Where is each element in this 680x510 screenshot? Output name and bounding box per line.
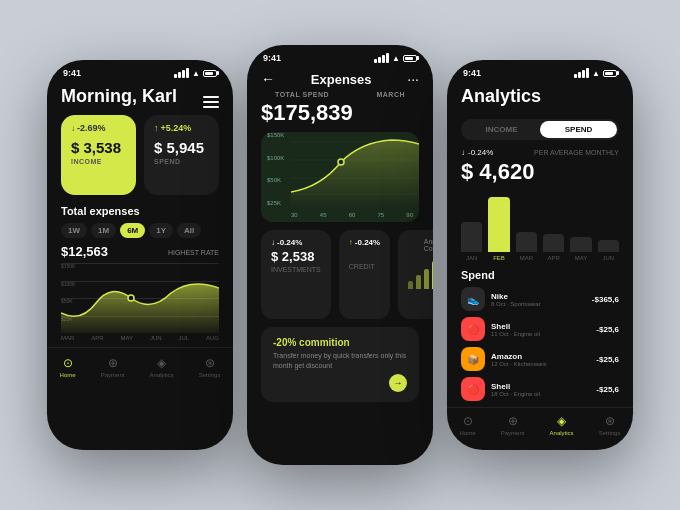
right-nav-payment[interactable]: ⊕ Payment [501, 414, 525, 436]
income-toggle[interactable]: INCOME [463, 121, 540, 138]
svg-point-5 [338, 159, 344, 165]
right-status-icons: ▲ [574, 68, 617, 78]
amazon-icon: 📦 [461, 347, 485, 371]
nav-home[interactable]: ⊙ Home [60, 356, 76, 378]
right-wifi-icon: ▲ [592, 69, 600, 78]
total-expenses-title: Total expenses [47, 205, 233, 217]
left-status-bar: 9:41 ▲ [47, 60, 233, 82]
left-phone: 9:41 ▲ Morning, Karl ↓ [47, 60, 233, 450]
spend-item-amazon: 📦 Amazon 12 Oct · Kitchenware -$25,6 [461, 347, 619, 371]
bar-may: MAY [570, 237, 591, 261]
annual-costs-card: AnnualCosts → [398, 230, 433, 319]
svg-point-0 [128, 295, 134, 301]
right-battery-icon [603, 70, 617, 77]
credit-card: ↑-0.24% CREDIT [339, 230, 390, 319]
shell1-icon: 🔴 [461, 317, 485, 341]
nav-payment[interactable]: ⊕ Payment [101, 356, 125, 378]
nike-info: Nike 8 Oct · Sportswear [491, 292, 586, 307]
mid-battery-icon [403, 55, 417, 62]
spend-item-shell2: 🔴 Shell 18 Oct · Engine oil -$25,6 [461, 377, 619, 401]
income-percent: ↓ -2.69% [71, 123, 126, 133]
chart-x-labels: 3045607590 [291, 212, 413, 218]
mid-status-bar: 9:41 ▲ [247, 45, 433, 67]
promo-desc: Transfer money by quick transfers only t… [273, 351, 407, 371]
bar-jun: JUN [598, 240, 619, 261]
spend-amount: $ 5,945 [154, 139, 209, 156]
left-status-icons: ▲ [174, 68, 217, 78]
right-nav-home[interactable]: ⊙ Home [460, 414, 476, 436]
promo-title: -20% commition [273, 337, 407, 348]
shell2-icon: 🔴 [461, 377, 485, 401]
tab-all[interactable]: All [177, 223, 201, 238]
shell2-info: Shell 18 Oct · Engine oil [491, 382, 590, 397]
tab-1w[interactable]: 1W [61, 223, 87, 238]
analytics-header: Analytics [447, 82, 633, 113]
spend-label: SPEND [154, 158, 209, 165]
tab-1y[interactable]: 1Y [149, 223, 173, 238]
total-spend-label: TOTAL SPEND [261, 91, 343, 98]
tab-6m[interactable]: 6M [120, 223, 145, 238]
highest-rate: HIGHEST RATE [168, 249, 219, 256]
spend-section-title: Spend [447, 269, 633, 281]
more-button[interactable]: ··· [407, 71, 419, 87]
nav-settings[interactable]: ⊛ Settings [199, 356, 221, 378]
line-chart-container: $150K $100K $50K $25K [261, 132, 419, 222]
mid-header: ← Expenses ··· [247, 67, 433, 91]
spend-list: 👟 Nike 8 Oct · Sportswear -$365,6 🔴 Shel… [447, 287, 633, 401]
total-spend-amount: $175,839 [247, 100, 433, 126]
spend-item-nike: 👟 Nike 8 Oct · Sportswear -$365,6 [461, 287, 619, 311]
nike-icon: 👟 [461, 287, 485, 311]
right-status-bar: 9:41 ▲ [447, 60, 633, 82]
analytics-amount: $ 4,620 [461, 159, 619, 185]
income-amount: $ 3,538 [71, 139, 126, 156]
back-button[interactable]: ← [261, 71, 275, 87]
expense-tabs: 1W 1M 6M 1Y All [47, 223, 233, 238]
months-row: MARAPRMAYJUNJULAUG [61, 333, 219, 341]
left-bottom-nav: ⊙ Home ⊕ Payment ◈ Analytics ⊛ Settings [47, 347, 233, 388]
bar-apr: APR [543, 234, 564, 261]
mid-status-icons: ▲ [374, 53, 417, 63]
analytics-stat: ↓ -0.24% PER AVERAGE MONTHLY $ 4,620 [447, 148, 633, 185]
spend-item-shell1: 🔴 Shell 11 Oct · Engine oil -$25,6 [461, 317, 619, 341]
right-bottom-nav: ⊙ Home ⊕ Payment ◈ Analytics ⊛ Settings [447, 407, 633, 444]
right-nav-analytics[interactable]: ◈ Analytics [550, 414, 574, 436]
credit-pct: ↑-0.24% [349, 238, 380, 247]
spend-card: ↑ +5.24% $ 5,945 SPEND [144, 115, 219, 195]
cards-row: ↓ -2.69% $ 3,538 INCOME ↑ +5.24% $ 5,945… [47, 115, 233, 195]
left-time: 9:41 [63, 68, 81, 78]
spend-toggle[interactable]: SPEND [540, 121, 617, 138]
battery-icon [203, 70, 217, 77]
mid-time: 9:41 [263, 53, 281, 63]
investments-card: ↓-0.24% $ 2,538 INVESTMENTS [261, 230, 331, 319]
promo-card: -20% commition Transfer money by quick t… [261, 327, 419, 402]
expenses-title: Expenses [311, 72, 372, 87]
spend-percent: ↑ +5.24% [154, 123, 209, 133]
bar-feb: FEB [488, 197, 509, 261]
chart-value: $12,563 [61, 244, 108, 259]
right-nav-settings[interactable]: ⊛ Settings [599, 414, 621, 436]
credit-label: CREDIT [349, 263, 380, 270]
nav-analytics[interactable]: ◈ Analytics [150, 356, 174, 378]
tab-1m[interactable]: 1M [91, 223, 116, 238]
income-card: ↓ -2.69% $ 3,538 INCOME [61, 115, 136, 195]
month-label: MARCH [362, 91, 419, 98]
investments-amount: $ 2,538 [271, 249, 321, 264]
shell1-info: Shell 11 Oct · Engine oil [491, 322, 590, 337]
chart-area: $12,563 HIGHEST RATE $150K $100K $50K $2… [47, 244, 233, 341]
wifi-icon: ▲ [192, 69, 200, 78]
income-spend-toggle: INCOME SPEND [461, 119, 619, 140]
mid-stats-row: ↓-0.24% $ 2,538 INVESTMENTS ↑-0.24% CRED… [247, 230, 433, 319]
bar-mar: MAR [516, 232, 537, 261]
analytics-pct: ↓ -0.24% PER AVERAGE MONTHLY [461, 148, 619, 157]
investments-label: INVESTMENTS [271, 266, 321, 273]
bar-jan: JAN [461, 222, 482, 261]
menu-icon[interactable] [203, 96, 219, 108]
income-label: INCOME [71, 158, 126, 165]
investments-pct: ↓-0.24% [271, 238, 321, 247]
bar-chart-container: JAN FEB MAR APR MAY [447, 191, 633, 261]
mini-bars [408, 254, 433, 289]
line-chart: $150K $100K $50K $25K [61, 263, 219, 333]
analytics-title: Analytics [461, 86, 619, 107]
right-time: 9:41 [463, 68, 481, 78]
promo-arrow[interactable]: → [389, 374, 407, 392]
